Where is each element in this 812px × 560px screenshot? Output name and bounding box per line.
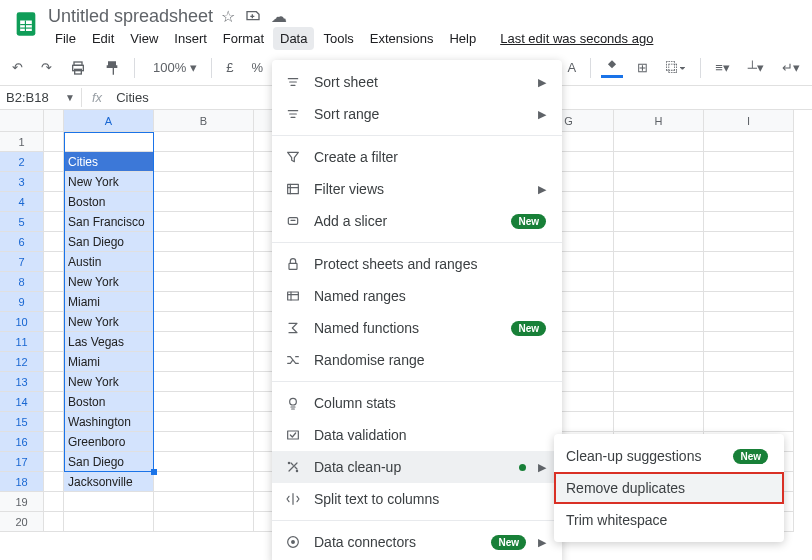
row-head-3[interactable]: 3: [0, 172, 44, 192]
cell[interactable]: Boston: [64, 392, 154, 412]
cell[interactable]: [704, 132, 794, 152]
cell[interactable]: [614, 152, 704, 172]
cell[interactable]: [44, 472, 64, 492]
cell[interactable]: [154, 312, 254, 332]
cell[interactable]: Miami: [64, 292, 154, 312]
valign-button[interactable]: ┴▾: [744, 58, 768, 77]
menu-edit[interactable]: Edit: [85, 27, 121, 50]
cell[interactable]: [614, 352, 704, 372]
cell[interactable]: [614, 252, 704, 272]
cell[interactable]: [614, 172, 704, 192]
cell[interactable]: [154, 472, 254, 492]
cell[interactable]: [44, 332, 64, 352]
menu-item-create-a-filter[interactable]: Create a filter: [272, 141, 562, 173]
cell[interactable]: [154, 512, 254, 532]
row-head-13[interactable]: 13: [0, 372, 44, 392]
row-head-5[interactable]: 5: [0, 212, 44, 232]
row-head-8[interactable]: 8: [0, 272, 44, 292]
cell[interactable]: [614, 192, 704, 212]
last-edit[interactable]: Last edit was seconds ago: [493, 27, 660, 50]
col-head-B[interactable]: B: [154, 110, 254, 132]
halign-button[interactable]: ≡▾: [711, 58, 734, 77]
submenu-item-remove-duplicates[interactable]: Remove duplicates: [554, 472, 784, 504]
submenu-item-trim-whitespace[interactable]: Trim whitespace: [554, 504, 784, 536]
cell[interactable]: New York: [64, 372, 154, 392]
cell[interactable]: [44, 432, 64, 452]
cell[interactable]: [614, 412, 704, 432]
cell[interactable]: [704, 312, 794, 332]
wrap-button[interactable]: ↵▾: [778, 58, 804, 77]
cell[interactable]: [44, 132, 64, 152]
col-head-A[interactable]: A: [64, 110, 154, 132]
row-head-20[interactable]: 20: [0, 512, 44, 532]
cell[interactable]: [704, 272, 794, 292]
formula-text[interactable]: Cities: [112, 90, 153, 105]
cell[interactable]: [154, 212, 254, 232]
print-icon[interactable]: [66, 58, 90, 78]
row-head-1[interactable]: 1: [0, 132, 44, 152]
sheets-logo[interactable]: [8, 6, 44, 42]
cell[interactable]: [154, 392, 254, 412]
cell[interactable]: San Francisco: [64, 212, 154, 232]
cell[interactable]: [154, 252, 254, 272]
cell[interactable]: [44, 292, 64, 312]
textcolor-button[interactable]: A: [564, 58, 581, 77]
currency-button[interactable]: £: [222, 58, 237, 77]
row-head-12[interactable]: 12: [0, 352, 44, 372]
menu-item-sort-sheet[interactable]: Sort sheet▶: [272, 66, 562, 98]
cell[interactable]: [704, 232, 794, 252]
cell[interactable]: New York: [64, 172, 154, 192]
cell[interactable]: [704, 252, 794, 272]
doc-title[interactable]: Untitled spreadsheet: [48, 6, 213, 27]
cell[interactable]: Jacksonville: [64, 472, 154, 492]
menu-item-data-validation[interactable]: Data validation: [272, 419, 562, 451]
col-head-blank[interactable]: [44, 110, 64, 132]
cell[interactable]: [614, 372, 704, 392]
cell[interactable]: [154, 132, 254, 152]
cell[interactable]: [614, 392, 704, 412]
cell[interactable]: [154, 452, 254, 472]
cell[interactable]: [614, 212, 704, 232]
cell[interactable]: Greenboro: [64, 432, 154, 452]
cell[interactable]: [614, 292, 704, 312]
cell[interactable]: [704, 332, 794, 352]
cell[interactable]: [614, 132, 704, 152]
menu-data[interactable]: Data: [273, 27, 314, 50]
row-head-7[interactable]: 7: [0, 252, 44, 272]
menu-file[interactable]: File: [48, 27, 83, 50]
menu-item-data-clean-up[interactable]: Data clean-up▶: [272, 451, 562, 483]
cell[interactable]: Las Vegas: [64, 332, 154, 352]
row-head-19[interactable]: 19: [0, 492, 44, 512]
cell[interactable]: [614, 332, 704, 352]
cell[interactable]: [154, 192, 254, 212]
cell[interactable]: [44, 392, 64, 412]
cell[interactable]: [44, 252, 64, 272]
cell[interactable]: New York: [64, 272, 154, 292]
menu-item-named-functions[interactable]: Named functionsNew: [272, 312, 562, 344]
row-head-14[interactable]: 14: [0, 392, 44, 412]
cell[interactable]: [154, 432, 254, 452]
name-box[interactable]: B2:B18▼: [0, 88, 82, 107]
cloud-icon[interactable]: ☁: [271, 7, 287, 27]
menu-item-named-ranges[interactable]: Named ranges: [272, 280, 562, 312]
row-head-9[interactable]: 9: [0, 292, 44, 312]
cell[interactable]: Austin: [64, 252, 154, 272]
row-head-17[interactable]: 17: [0, 452, 44, 472]
menu-item-column-stats[interactable]: Column stats: [272, 387, 562, 419]
borders-button[interactable]: ⊞: [633, 58, 652, 77]
move-icon[interactable]: [245, 7, 261, 27]
cell[interactable]: [704, 352, 794, 372]
cell[interactable]: [154, 272, 254, 292]
cell[interactable]: [44, 272, 64, 292]
row-head-4[interactable]: 4: [0, 192, 44, 212]
zoom-select[interactable]: 100% ▾: [145, 56, 201, 79]
menu-item-randomise-range[interactable]: Randomise range: [272, 344, 562, 376]
menu-item-filter-views[interactable]: Filter views▶: [272, 173, 562, 205]
cell[interactable]: [154, 172, 254, 192]
cell[interactable]: [704, 372, 794, 392]
menu-item-sort-range[interactable]: Sort range▶: [272, 98, 562, 130]
cell[interactable]: [44, 512, 64, 532]
cell[interactable]: [154, 412, 254, 432]
row-head-10[interactable]: 10: [0, 312, 44, 332]
cell[interactable]: [154, 292, 254, 312]
